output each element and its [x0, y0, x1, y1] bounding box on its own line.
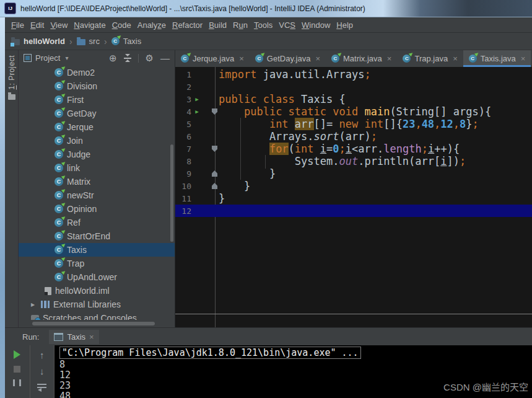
- code-line-7[interactable]: 7 for(int i=0;i<arr.length;i++){: [175, 143, 532, 155]
- code-line-5[interactable]: 5 int arr[]= new int[]{23,48,12,8};: [175, 118, 532, 130]
- hide-panel-icon[interactable]: —: [160, 53, 170, 63]
- expand-arrow-icon[interactable]: ▶: [31, 302, 37, 307]
- tab-label: Taxis.java: [481, 54, 516, 63]
- menu-item-window[interactable]: Window: [299, 20, 333, 30]
- menu-item-run[interactable]: Run: [230, 20, 251, 30]
- tree-item-getday[interactable]: CGetDay: [19, 107, 175, 120]
- code-text: public class Taxis {: [215, 93, 346, 105]
- tree-item-demo2[interactable]: CDemo2: [19, 66, 175, 79]
- menu-item-help[interactable]: Help: [333, 20, 356, 30]
- tree-item-opinion[interactable]: COpinion: [19, 202, 175, 216]
- tree-item-jerque[interactable]: CJerque: [19, 120, 175, 134]
- menu-item-navigate[interactable]: Navigate: [71, 20, 108, 30]
- fold-gutter: [203, 93, 215, 105]
- class-icon: C: [55, 245, 63, 254]
- code-line-3[interactable]: 3▶public class Taxis {: [175, 93, 532, 105]
- breadcrumb-label: helloWorld: [24, 37, 65, 46]
- tree-item-matrix[interactable]: CMatrix: [19, 175, 175, 188]
- file-icon: [45, 287, 51, 295]
- toolbar-divider: [138, 54, 139, 63]
- chevron-down-icon[interactable]: ▾: [65, 55, 68, 61]
- stop-button[interactable]: [14, 366, 20, 373]
- scratches-icon: [31, 315, 39, 321]
- soft-wrap-icon[interactable]: [37, 383, 46, 391]
- pause-button[interactable]: [13, 379, 21, 386]
- tree-item-label: GetDay: [67, 108, 96, 118]
- tree-item-link[interactable]: Clink: [19, 161, 175, 175]
- run-header: Run: Taxis ×: [5, 328, 532, 345]
- code-line-9[interactable]: 9 }: [175, 167, 532, 180]
- project-tree: CDemo2CDivisionCFirstCGetDayCJerqueCJoin…: [19, 66, 175, 320]
- console[interactable]: "C:\Program Files\Java\jdk1.8.0_121\bin\…: [55, 345, 532, 398]
- code-line-6[interactable]: 6 Arrays.sort(arr);: [175, 130, 532, 143]
- run-tab-taxis[interactable]: Taxis ×: [49, 330, 98, 344]
- breadcrumb-item-src[interactable]: src: [77, 37, 100, 46]
- run-tool-window: Run: Taxis × ↑ ↓ "C:\P: [5, 327, 532, 398]
- collapse-all-icon[interactable]: [124, 54, 131, 62]
- tree-item-first[interactable]: CFirst: [19, 93, 175, 107]
- menu-item-file[interactable]: File: [8, 20, 27, 30]
- code-line-10[interactable]: 10 }: [175, 180, 532, 192]
- tree-item-newstr[interactable]: CnewStr: [19, 188, 175, 202]
- close-icon[interactable]: ×: [521, 54, 526, 63]
- code-line-2[interactable]: 2: [175, 81, 532, 93]
- run-arrow-icon[interactable]: ▶: [191, 96, 203, 102]
- project-panel-title[interactable]: Project: [35, 53, 60, 63]
- rerun-button[interactable]: [14, 350, 20, 359]
- menu-item-vcs[interactable]: VCS: [276, 20, 299, 30]
- tree-item-trap[interactable]: CTrap: [19, 257, 175, 270]
- tree-horizontal-scrollbar[interactable]: [32, 322, 155, 325]
- class-icon: C: [331, 55, 339, 63]
- close-icon[interactable]: ×: [239, 54, 244, 63]
- tree-item-helloworld-iml[interactable]: helloWorld.iml: [19, 284, 175, 298]
- fold-gutter: [203, 192, 215, 205]
- run-arrow-icon[interactable]: ▶: [191, 108, 203, 115]
- menu-item-analyze[interactable]: Analyze: [134, 20, 169, 30]
- close-icon[interactable]: ×: [315, 54, 320, 63]
- close-icon[interactable]: ×: [453, 54, 458, 63]
- gear-icon[interactable]: ⚙: [146, 53, 154, 63]
- tree-item-division[interactable]: CDivision: [19, 79, 175, 93]
- tool-window-stripe: 1: Project: [5, 50, 19, 327]
- menu-item-view[interactable]: View: [47, 20, 71, 30]
- tab-trap-java[interactable]: CTrap.java×: [397, 50, 463, 67]
- menu-item-build[interactable]: Build: [206, 20, 230, 30]
- close-icon[interactable]: ×: [387, 54, 392, 63]
- code-line-11[interactable]: 11}: [175, 192, 532, 205]
- code-line-8[interactable]: 8 System.out.println(arr[i]);: [175, 155, 532, 167]
- code-text: public static void main(String[] args){: [215, 105, 491, 118]
- menu-item-code[interactable]: Code: [109, 20, 134, 30]
- tab-taxis-java[interactable]: CTaxis.java×: [463, 50, 531, 67]
- tree-item-label: Division: [67, 81, 97, 91]
- code-editor[interactable]: 1import java.util.Arrays;23▶public class…: [175, 67, 532, 327]
- tree-item-ref[interactable]: CRef: [19, 216, 175, 229]
- tree-item-startorend[interactable]: CStartOrEnd: [19, 229, 175, 243]
- tree-item-join[interactable]: CJoin: [19, 134, 175, 148]
- tree-item-upandlower[interactable]: CUpAndLower: [19, 270, 175, 284]
- project-tool-window-button[interactable]: 1: Project: [5, 55, 18, 100]
- tab-getday-java[interactable]: CGetDay.java×: [250, 50, 326, 67]
- tab-jerque-java[interactable]: CJerque.java×: [175, 50, 250, 67]
- breadcrumb-item-taxis[interactable]: C Taxis: [111, 37, 142, 46]
- close-icon[interactable]: ×: [89, 332, 94, 342]
- title-bar[interactable]: IJ helloWorld [F:\IDEA\IDEAProject\hello…: [0, 0, 532, 17]
- menu-item-tools[interactable]: Tools: [251, 20, 276, 30]
- menu-item-refactor[interactable]: Refactor: [169, 20, 206, 30]
- tree-item-taxis[interactable]: CTaxis: [19, 243, 175, 257]
- down-stack-trace-icon[interactable]: ↓: [40, 366, 45, 376]
- fold-gutter: [203, 155, 215, 167]
- tab-matrix-java[interactable]: CMatrix.java×: [326, 50, 397, 67]
- tree-vertical-scrollbar[interactable]: [170, 144, 173, 242]
- tree-item-scratches-and-consoles[interactable]: Scratches and Consoles: [19, 311, 175, 320]
- tree-item-external-libraries[interactable]: ▶External Libraries: [19, 298, 175, 311]
- code-line-1[interactable]: 1import java.util.Arrays;: [175, 68, 532, 81]
- menu-item-edit[interactable]: Edit: [27, 20, 47, 30]
- locate-file-icon[interactable]: ⊕: [109, 53, 117, 63]
- tree-item-judge[interactable]: CJudge: [19, 148, 175, 161]
- fold-gutter: [203, 167, 215, 180]
- tree-item-label: UpAndLower: [67, 272, 117, 282]
- code-line-4[interactable]: 4▶ public static void main(String[] args…: [175, 105, 532, 118]
- code-line-12[interactable]: 12: [175, 205, 532, 217]
- breadcrumb-item-helloworld[interactable]: helloWorld: [11, 37, 65, 46]
- up-stack-trace-icon[interactable]: ↑: [40, 350, 45, 360]
